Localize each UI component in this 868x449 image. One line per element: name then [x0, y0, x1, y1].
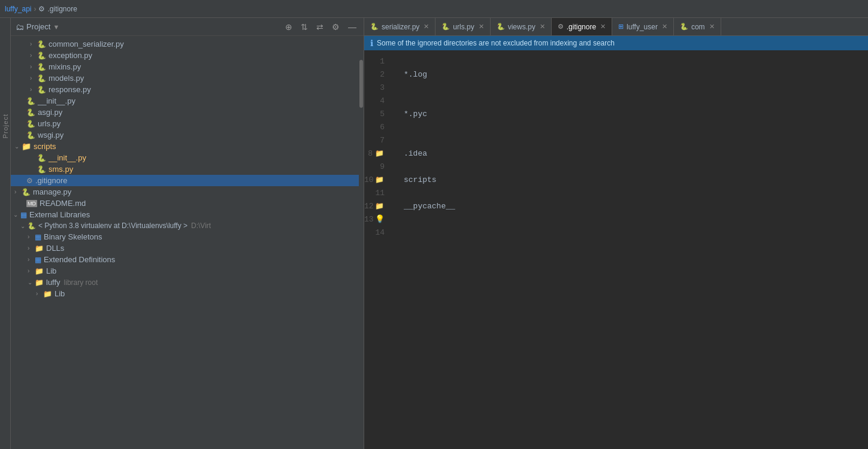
tab-views[interactable]: 🐍 views.py ✕ [491, 18, 552, 35]
list-item[interactable]: › 🐍 response.py [11, 84, 359, 95]
folder-icon: 🗂 [16, 22, 24, 32]
line-num-9: 9 [364, 160, 389, 174]
breadcrumb-file: ⚙ .gitignore [38, 5, 77, 13]
list-item[interactable]: ⌄ 📁 scripts [11, 141, 359, 152]
tab-comp[interactable]: 🐍 com ✕ [674, 18, 721, 35]
list-item[interactable]: 🐍 wsgi.py [11, 129, 359, 141]
expand-arrow: › [30, 52, 37, 59]
code-line-7 [404, 134, 858, 147]
line-num-7: 7 [364, 134, 389, 147]
info-bar: ℹ Some of the ignored directories are no… [364, 36, 868, 50]
line-num-12: 12 📁 [364, 200, 389, 213]
list-item[interactable]: › ▦ Extended Definitions [11, 254, 359, 265]
line-num-3: 3 [364, 81, 389, 95]
line-num-4: 4 [364, 95, 389, 108]
folder-icon: 📁 [43, 290, 52, 298]
tab-comp-close[interactable]: ✕ [709, 23, 715, 31]
python-file-icon: 🐍 [37, 165, 46, 174]
sort-button[interactable]: ⇄ [314, 21, 326, 33]
tab-urls-close[interactable]: ✕ [479, 23, 484, 31]
tab-urls-label: urls.py [453, 23, 474, 31]
code-line-5: *.pyc [404, 108, 858, 121]
list-item[interactable]: › 📁 Lib [11, 288, 359, 299]
editor-area[interactable]: 1 2 3 4 5 6 7 [364, 50, 868, 449]
scrollbar-track[interactable] [359, 36, 364, 449]
list-item[interactable]: 🐍 __init__.py [11, 95, 359, 107]
folder-icon: 📁 [22, 142, 31, 151]
project-tools: ⊕ ⇅ ⇄ ⚙ — [283, 21, 359, 33]
project-title: 🗂 Project ▼ [16, 22, 283, 32]
tab-serializer-close[interactable]: ✕ [424, 23, 429, 31]
python-file-icon: 🐍 [37, 51, 46, 60]
expand-arrow: ⌄ [13, 211, 20, 218]
code-line-13 [404, 213, 858, 226]
list-item[interactable]: › 🐍 mixins.py [11, 61, 359, 72]
folder-gutter-icon-8: 📁 [374, 147, 385, 160]
tab-gitignore[interactable]: ⚙ .gitignore ✕ [552, 18, 612, 35]
dropdown-icon[interactable]: ▼ [53, 23, 59, 31]
list-item[interactable]: 🐍 asgi.py [11, 107, 359, 118]
expand-arrow: › [36, 290, 43, 297]
breadcrumb-project[interactable]: luffy_api [5, 5, 31, 13]
list-item[interactable]: 🐍 sms.py [11, 163, 359, 175]
library-root-label: library root [64, 278, 98, 287]
code-line-1 [404, 55, 858, 68]
list-item[interactable]: 🐍 __init__.py [11, 152, 359, 163]
tab-views-label: views.py [508, 23, 536, 31]
expand-arrow: ⌄ [14, 143, 22, 150]
list-item[interactable]: ⌄ 🐍 < Python 3.8 virtualenv at D:\Virtua… [11, 220, 359, 231]
list-item[interactable]: MD README.md [11, 198, 359, 209]
filename: __init__.py [49, 153, 86, 162]
list-item[interactable]: › 📁 Lib [11, 265, 359, 277]
filename: urls.py [38, 119, 61, 128]
collapse-all-button[interactable]: ⇅ [298, 21, 310, 33]
tab-comp-icon: 🐍 [680, 23, 688, 31]
minimize-button[interactable]: — [346, 21, 359, 33]
tab-views-icon: 🐍 [497, 23, 505, 31]
python-file-icon: 🐍 [26, 131, 35, 139]
line-num-13: 13 💡 [364, 213, 389, 226]
gitignore-file-icon: ⚙ [26, 177, 33, 185]
list-item[interactable]: › 📁 DLLs [11, 242, 359, 254]
tab-gitignore-close[interactable]: ✕ [600, 23, 606, 31]
code-line-3 [404, 81, 858, 95]
list-item[interactable]: › 🐍 common_serializer.py [11, 38, 359, 50]
scrollbar-thumb[interactable] [359, 60, 363, 108]
filename: response.py [49, 85, 91, 94]
list-item[interactable]: › 🐍 models.py [11, 72, 359, 84]
list-item[interactable]: › ▦ Binary Skeletons [11, 231, 359, 242]
filename: exception.py [49, 51, 92, 60]
side-panel-label[interactable]: Project [0, 18, 11, 449]
list-item[interactable]: › 🐍 manage.py [11, 186, 359, 198]
list-item[interactable]: ⚙ .gitignore [11, 175, 359, 186]
tab-serializer[interactable]: 🐍 serializer.py ✕ [364, 18, 435, 35]
tab-luffy-user[interactable]: ⊞ luffy_user ✕ [612, 18, 674, 35]
project-title-text: Project [26, 22, 50, 31]
filename: .gitignore [35, 176, 67, 185]
list-item[interactable]: 🐍 urls.py [11, 118, 359, 129]
list-item[interactable]: ⌄ 📁 luffy library root [11, 277, 359, 288]
code-line-2: *.log [404, 68, 858, 81]
expand-arrow: › [30, 63, 37, 70]
bulb-gutter-icon-13: 💡 [375, 213, 385, 226]
tab-urls[interactable]: 🐍 urls.py ✕ [435, 18, 490, 35]
code-content[interactable]: *.log *.pyc .idea scripts __pycache__ [394, 50, 868, 449]
external-libraries-item[interactable]: ⌄ ▦ External Libraries [11, 209, 359, 220]
expand-arrow: › [30, 75, 37, 81]
python-file-icon: 🐍 [26, 108, 35, 117]
folder-icon: 📁 [35, 244, 44, 253]
settings-button[interactable]: ⚙ [329, 21, 342, 33]
filename: __init__.py [38, 96, 75, 105]
main-layout: Project 🗂 Project ▼ ⊕ ⇅ ⇄ ⚙ — › [0, 18, 868, 449]
list-item[interactable]: › 🐍 exception.py [11, 50, 359, 61]
tab-views-close[interactable]: ✕ [540, 23, 545, 31]
tab-comp-label: com [691, 23, 705, 31]
tab-luffy-user-close[interactable]: ✕ [662, 23, 667, 31]
folder-gutter-icon-12: 📁 [375, 200, 385, 213]
locate-file-button[interactable]: ⊕ [283, 21, 295, 33]
expand-arrow: › [14, 189, 22, 195]
tab-gitignore-icon: ⚙ [558, 23, 564, 31]
code-line-10: scripts [404, 174, 858, 187]
filename: DLLs [46, 244, 64, 253]
code-line-12: __pycache__ [404, 200, 858, 213]
